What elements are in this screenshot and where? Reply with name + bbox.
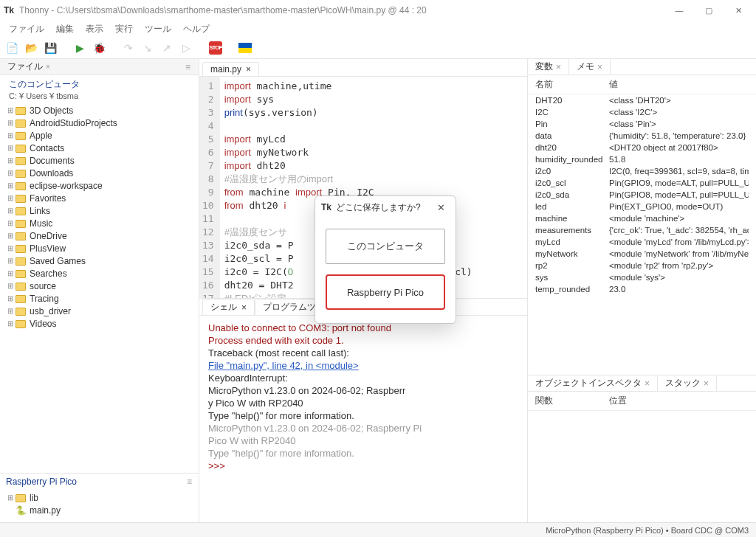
expand-icon[interactable]: ⊞ xyxy=(6,194,15,202)
folder-item[interactable]: ⊞eclipse-workspace xyxy=(4,179,194,192)
variable-row[interactable]: ledPin(EXT_GPIO0, mode=OUT) xyxy=(528,201,756,212)
menu-編集[interactable]: 編集 xyxy=(56,23,74,35)
run-icon[interactable]: ▶ xyxy=(72,41,87,55)
folder-item[interactable]: ⊞Links xyxy=(4,204,194,217)
folder-icon xyxy=(15,281,27,291)
variable-row[interactable]: dht20<DHT20 object at 20017f80> xyxy=(528,142,756,153)
tab-stack[interactable]: スタック× xyxy=(658,375,717,391)
folder-item[interactable]: ⊞Favorites xyxy=(4,192,194,204)
expand-icon[interactable]: ⊞ xyxy=(6,232,15,240)
panel-menu-icon[interactable]: ≡ xyxy=(187,477,193,487)
save-to-computer-button[interactable]: このコンピュータ xyxy=(326,229,445,264)
folder-item[interactable]: ⊞Documents xyxy=(4,154,194,167)
tab-object-inspector[interactable]: オブジェクトインスペクタ× xyxy=(528,375,658,391)
variable-row[interactable]: myNetwork<module 'myNetwork' from '/lib/… xyxy=(528,248,756,260)
variable-row[interactable]: DHT20<class 'DHT20'> xyxy=(528,94,756,106)
variable-row[interactable]: measurements{'crc_ok': True, 't_adc': 38… xyxy=(528,224,756,236)
menu-実行[interactable]: 実行 xyxy=(115,23,133,35)
variable-row[interactable]: i2c0_sclPin(GPIO9, mode=ALT, pull=PULL_U… xyxy=(528,177,756,189)
folder-item[interactable]: ⊞source xyxy=(4,280,194,292)
files-tab[interactable]: ファイル × ≡ xyxy=(0,59,199,75)
variable-row[interactable]: temp_rounded23.0 xyxy=(528,283,756,295)
folder-item[interactable]: ⊞usb_driver xyxy=(4,305,194,317)
folder-item[interactable]: ⊞Music xyxy=(4,217,194,229)
expand-icon[interactable]: ⊞ xyxy=(6,269,15,277)
stop-icon[interactable]: STOP xyxy=(208,41,223,55)
folder-item[interactable]: ⊞lib xyxy=(4,491,194,504)
expand-icon[interactable]: ⊞ xyxy=(6,106,15,114)
step-out-icon[interactable]: ↗ xyxy=(159,41,174,55)
save-to-pico-button[interactable]: Raspberry Pi Pico xyxy=(326,274,445,310)
new-file-icon[interactable]: 📄 xyxy=(4,41,19,55)
variable-row[interactable]: machine<module 'machine'> xyxy=(528,212,756,224)
step-over-icon[interactable]: ↷ xyxy=(121,41,136,55)
folder-item[interactable]: ⊞Videos xyxy=(4,317,194,330)
save-file-icon[interactable]: 💾 xyxy=(43,41,58,55)
step-into-icon[interactable]: ↘ xyxy=(140,41,155,55)
expand-icon[interactable]: ⊞ xyxy=(6,156,15,164)
folder-item[interactable]: ⊞3D Objects xyxy=(4,104,194,117)
resume-icon[interactable]: ▷ xyxy=(179,41,193,55)
expand-icon[interactable]: ⊞ xyxy=(6,307,15,315)
folder-item[interactable]: ⊞Searches xyxy=(4,267,194,280)
folder-item[interactable]: ⊞Saved Games xyxy=(4,254,194,267)
shell-output[interactable]: Unable to connect to COM3: port not foun… xyxy=(199,316,527,522)
computer-root[interactable]: このコンピュータ C: ¥ Users ¥ tbsma xyxy=(4,78,194,104)
debug-icon[interactable]: 🐞 xyxy=(92,41,106,55)
tab-variables[interactable]: 変数× xyxy=(528,59,569,75)
folder-item[interactable]: ⊞PlusView xyxy=(4,242,194,254)
expand-icon[interactable]: ⊞ xyxy=(6,493,15,502)
variable-row[interactable]: sys<module 'sys'> xyxy=(528,271,756,283)
folder-item[interactable]: ⊞OneDrive xyxy=(4,229,194,242)
close-icon[interactable]: × xyxy=(645,378,650,389)
close-icon[interactable]: × xyxy=(246,64,251,75)
expand-icon[interactable]: ⊞ xyxy=(6,219,15,227)
close-button[interactable]: ✕ xyxy=(724,0,753,21)
ukraine-flag-icon[interactable] xyxy=(238,41,252,55)
editor-tab-main[interactable]: main.py × xyxy=(202,62,259,76)
dialog-close-icon[interactable]: ✕ xyxy=(433,201,450,215)
expand-icon[interactable]: ⊞ xyxy=(6,131,15,139)
variable-row[interactable]: myLcd<module 'myLcd' from '/lib/myLcd.py… xyxy=(528,236,756,248)
pico-root[interactable]: Raspberry Pi Pico ≡ xyxy=(0,474,199,490)
menu-ファイル[interactable]: ファイル xyxy=(9,23,44,35)
expand-icon[interactable]: ⊞ xyxy=(6,207,15,215)
close-icon[interactable]: × xyxy=(241,302,247,313)
variable-row[interactable]: i2c0_sdaPin(GPIO8, mode=ALT, pull=PULL_U… xyxy=(528,189,756,201)
folder-item[interactable]: ⊞Downloads xyxy=(4,167,194,179)
expand-icon[interactable]: ⊞ xyxy=(6,144,15,152)
close-icon[interactable]: × xyxy=(46,63,50,71)
expand-icon[interactable]: ⊞ xyxy=(6,257,15,265)
expand-icon[interactable]: ⊞ xyxy=(6,169,15,177)
tab-memo[interactable]: メモ× xyxy=(569,59,611,75)
variable-row[interactable]: data{'humidity': 51.8, 'temperature': 23… xyxy=(528,130,756,142)
maximize-button[interactable]: ▢ xyxy=(694,0,724,21)
shell-tab[interactable]: シェル× xyxy=(202,299,255,315)
menu-表示[interactable]: 表示 xyxy=(86,23,103,35)
open-file-icon[interactable]: 📂 xyxy=(24,41,38,55)
menu-ヘルプ[interactable]: ヘルプ xyxy=(183,23,210,35)
minimize-button[interactable]: — xyxy=(664,0,694,21)
close-icon[interactable]: × xyxy=(704,378,709,389)
folder-item[interactable]: ⊞Apple xyxy=(4,129,194,142)
expand-icon[interactable]: ⊞ xyxy=(6,119,15,127)
expand-icon[interactable]: ⊞ xyxy=(6,319,15,328)
statusbar[interactable]: MicroPython (Raspberry Pi Pico) • Board … xyxy=(0,522,756,537)
close-icon[interactable]: × xyxy=(556,62,561,72)
expand-icon[interactable]: ⊞ xyxy=(6,294,15,302)
expand-icon[interactable]: ⊞ xyxy=(6,244,15,252)
menu-ツール[interactable]: ツール xyxy=(145,23,171,35)
variable-row[interactable]: i2c0I2C(0, freq=399361, scl=9, sda=8, ti… xyxy=(528,165,756,177)
folder-item[interactable]: ⊞Contacts xyxy=(4,142,194,154)
panel-menu-icon[interactable]: ≡ xyxy=(185,62,191,72)
close-icon[interactable]: × xyxy=(597,62,602,72)
variable-row[interactable]: rp2<module 'rp2' from 'rp2.py'> xyxy=(528,260,756,271)
variable-row[interactable]: Pin<class 'Pin'> xyxy=(528,118,756,130)
folder-item[interactable]: ⊞AndroidStudioProjects xyxy=(4,117,194,129)
expand-icon[interactable]: ⊞ xyxy=(6,181,15,190)
folder-item[interactable]: ⊞Tracing xyxy=(4,292,194,305)
variable-row[interactable]: humidity_rounded51.8 xyxy=(528,153,756,165)
variable-row[interactable]: I2C<class 'I2C'> xyxy=(528,106,756,118)
expand-icon[interactable]: ⊞ xyxy=(6,282,15,290)
file-item[interactable]: 🐍main.py xyxy=(4,504,194,516)
